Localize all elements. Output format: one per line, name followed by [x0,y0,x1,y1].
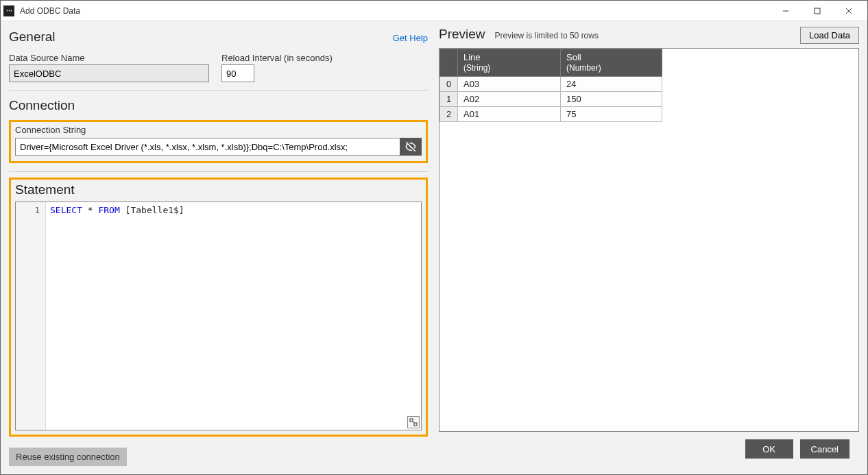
load-data-button[interactable]: Load Data [800,27,859,44]
preview-table: Line (String) Soll (Number) 0 A [439,49,662,122]
expand-editor-button[interactable] [407,416,420,428]
reuse-connection-button[interactable]: Reuse existing connection [9,448,127,466]
connection-heading: Connection [9,97,428,114]
maximize-button[interactable] [801,1,833,21]
expand-icon [409,418,418,426]
table-row[interactable]: 2 A01 75 [440,107,662,122]
cell-line: A02 [458,92,561,107]
ok-button[interactable]: OK [745,439,793,459]
connection-string-label: Connection String [15,125,422,135]
sql-editor[interactable]: 1 SELECT * FROM [Tabelle1$] [15,202,422,430]
get-help-link[interactable]: Get Help [393,33,428,43]
dialog-window: ⋯ Add ODBC Data General Get Help Data [0,0,868,475]
svg-rect-4 [410,419,413,422]
svg-line-6 [413,422,414,423]
table-row[interactable]: 1 A02 150 [440,92,662,107]
editor-content[interactable]: SELECT * FROM [Tabelle1$] [46,202,421,430]
right-pane: Preview Preview is limited to 50 rows Lo… [436,21,867,474]
cell-soll: 24 [561,77,662,92]
editor-gutter: 1 [16,202,46,430]
divider [9,171,428,172]
column-header-line[interactable]: Line (String) [458,49,561,77]
titlebar: ⋯ Add ODBC Data [1,1,867,21]
reload-interval-label: Reload Interval (in seconds) [221,53,333,63]
toggle-visibility-button[interactable] [400,138,422,156]
preview-table-container: Line (String) Soll (Number) 0 A [439,48,859,432]
preview-heading: Preview [439,27,485,42]
connection-highlight: Connection String [9,120,428,163]
close-button[interactable] [833,1,865,21]
window-controls [770,1,865,21]
preview-hint: Preview is limited to 50 rows [495,31,599,40]
row-index: 2 [440,107,458,122]
divider [9,90,428,91]
window-title: Add ODBC Data [20,6,80,16]
column-header-soll[interactable]: Soll (Number) [561,49,662,77]
dialog-footer: OK Cancel [439,432,859,466]
svg-rect-1 [815,8,820,14]
statement-highlight: Statement 1 SELECT * FROM [Tabelle1$] [9,178,428,437]
row-index-header [440,49,458,77]
cell-line: A01 [458,107,561,122]
general-heading: General [9,29,56,45]
statement-heading: Statement [15,181,422,202]
connection-string-input[interactable] [15,138,400,156]
row-index: 0 [440,77,458,92]
left-pane: General Get Help Data Source Name Reload… [1,21,436,474]
general-header: General Get Help [9,27,428,49]
table-row[interactable]: 0 A03 24 [440,77,662,92]
cell-line: A03 [458,77,561,92]
eye-off-icon [405,141,417,153]
svg-rect-5 [414,423,417,426]
cell-soll: 150 [561,92,662,107]
data-source-label: Data Source Name [9,53,209,63]
cancel-button[interactable]: Cancel [800,439,849,459]
minimize-button[interactable] [770,1,801,21]
row-index: 1 [440,92,458,107]
data-source-input[interactable] [9,64,209,82]
cell-soll: 75 [561,107,662,122]
app-icon: ⋯ [3,5,14,16]
reload-interval-input[interactable] [221,64,254,82]
